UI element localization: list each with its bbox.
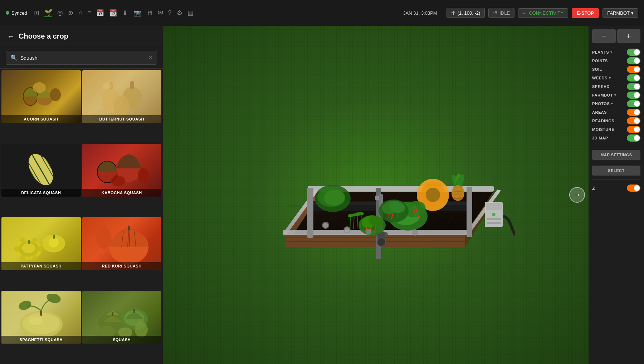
toggle-farmbot[interactable] <box>627 92 640 99</box>
svg-point-4 <box>33 82 46 93</box>
toggle-weeds[interactable] <box>627 74 640 82</box>
help-icon[interactable]: ? <box>168 9 172 17</box>
svg-rect-81 <box>307 188 313 238</box>
svg-point-128 <box>323 223 328 228</box>
toggle-row-areas: AREAS <box>592 108 640 117</box>
svg-point-39 <box>23 313 60 334</box>
toggle-row-soil: SOIL <box>592 65 640 74</box>
toggle-label-spread: SPREAD <box>592 84 627 89</box>
crop-item-red-kuri-squash[interactable]: RED KURI SQUASH <box>82 217 162 270</box>
coords-display: ✛ (1, 100, -2) <box>447 8 485 18</box>
svg-point-29 <box>20 255 25 260</box>
select-button[interactable]: SELECT <box>592 166 640 176</box>
estop-button[interactable]: E-STOP <box>572 8 599 18</box>
svg-point-24 <box>22 243 35 253</box>
datetime: JAN 31, 3:03PM <box>403 10 437 16</box>
svg-rect-137 <box>487 222 501 224</box>
zoom-out-button[interactable]: − <box>592 29 616 43</box>
farmbot-caret-icon: ▾ <box>631 10 634 16</box>
crop-grid: ACORN SQUASH BUTTERNUT SQUASH <box>0 69 163 364</box>
connectivity-check-icon: ✓ <box>523 10 527 16</box>
toggle-points[interactable] <box>627 57 640 64</box>
grid-icon[interactable]: ⊞ <box>34 9 39 17</box>
settings-icon[interactable]: ⚙ <box>177 9 182 17</box>
camera-icon[interactable]: 📷 <box>133 9 141 17</box>
crop-item-delicata-squash[interactable]: DELICATA SQUASH <box>1 144 81 197</box>
display-icon[interactable]: 🖥 <box>146 9 153 17</box>
crop-label-butternut: BUTTERNUT SQUASH <box>82 115 162 123</box>
plant-icon[interactable]: 🌱 <box>44 9 52 17</box>
svg-point-27 <box>20 237 25 242</box>
search-input[interactable] <box>20 55 146 61</box>
toggle-row-photos: PHOTOS▾ <box>592 99 640 108</box>
toggle-rows: PLANTS▾POINTSSOILWEEDS▾SPREADFARMBOT▾PHO… <box>592 48 640 142</box>
toggle-label-plants: PLANTS▾ <box>592 50 627 54</box>
topbar-right: JAN 31, 3:03PM ✛ (1, 100, -2) ↺ IDLE ✓ C… <box>403 8 638 18</box>
nav-arrow-right[interactable]: → <box>569 187 585 203</box>
svg-point-40 <box>18 299 33 311</box>
svg-point-21 <box>111 176 125 186</box>
thermometer-icon[interactable]: 🌡 <box>122 9 128 17</box>
list-icon[interactable]: ≡ <box>87 9 91 17</box>
svg-point-30 <box>32 255 37 260</box>
calendar-icon[interactable]: 📅 <box>96 9 104 17</box>
toggle-3d map[interactable] <box>627 134 640 142</box>
calendar2-icon[interactable]: 📆 <box>109 9 117 17</box>
panel-title: Choose a crop <box>19 32 68 40</box>
svg-rect-48 <box>133 309 135 313</box>
svg-point-120 <box>324 190 345 206</box>
crop-item-spaghetti-squash[interactable]: SPAGHETTI SQUASH <box>1 291 81 344</box>
svg-point-20 <box>138 168 148 183</box>
svg-rect-34 <box>53 235 55 239</box>
toggle-row-farmbot: FARMBOT▾ <box>592 91 640 99</box>
svg-rect-42 <box>40 311 42 316</box>
toggle-plants[interactable] <box>627 49 640 56</box>
toggle-areas[interactable] <box>627 109 640 116</box>
caret-icon: ▾ <box>610 50 613 54</box>
toggle-label-moisture: MOISTURE <box>592 127 627 132</box>
crop-label-kabocha: KABOCHA SQUASH <box>82 189 162 197</box>
toggle-moisture[interactable] <box>627 126 640 133</box>
toggle-row-readings: READINGS <box>592 117 640 125</box>
svg-point-37 <box>96 227 112 249</box>
pin-icon[interactable]: ⊕ <box>68 9 73 17</box>
back-button[interactable]: ← <box>7 32 14 40</box>
connectivity-display: ✓ CONNECTIVITY <box>518 8 568 18</box>
crop-item-pattypan-squash[interactable]: PATTYPAN SQUASH <box>1 217 81 270</box>
z-toggle[interactable] <box>627 185 640 192</box>
toggle-label-3d map: 3D MAP <box>592 136 627 140</box>
svg-point-43 <box>29 316 43 325</box>
crop-item-kabocha-squash[interactable]: KABOCHA SQUASH <box>82 144 162 197</box>
connectivity-label: CONNECTIVITY <box>529 10 564 16</box>
toggle-spread[interactable] <box>627 83 640 90</box>
svg-point-28 <box>32 237 37 242</box>
topbar: Synced ⊞ 🌱 ◎ ⊕ ⌂ ≡ 📅 📆 🌡 📷 🖥 ✉ ? ⚙ ▦ JAN <box>0 0 644 26</box>
toggle-soil[interactable] <box>627 66 640 73</box>
crop-item-acorn-squash[interactable]: ACORN SQUASH <box>1 70 81 123</box>
toggle-label-points: POINTS <box>592 59 627 63</box>
home-icon[interactable]: ⌂ <box>78 9 82 17</box>
svg-rect-134 <box>486 203 502 210</box>
mail-icon[interactable]: ✉ <box>158 9 163 17</box>
toggle-photos[interactable] <box>627 100 640 107</box>
toggle-readings[interactable] <box>627 117 640 124</box>
divider-1 <box>592 146 640 146</box>
svg-rect-136 <box>487 218 501 220</box>
terminal-icon[interactable]: ▦ <box>187 9 194 17</box>
svg-point-135 <box>492 213 496 216</box>
crop-label-acorn: ACORN SQUASH <box>1 115 81 123</box>
farmbot-button[interactable]: FARMBOT ▾ <box>602 8 638 18</box>
farmbot-illustration <box>236 84 515 306</box>
right-panel: − + PLANTS▾POINTSSOILWEEDS▾SPREADFARMBOT… <box>589 26 644 364</box>
target-icon[interactable]: ◎ <box>57 9 63 17</box>
search-box: 🔍 × <box>0 47 163 69</box>
crop-item-squash[interactable]: SQUASH <box>82 291 162 344</box>
zoom-in-button[interactable]: + <box>617 29 641 43</box>
toggle-label-readings: READINGS <box>592 119 627 123</box>
crop-item-butternut-squash[interactable]: BUTTERNUT SQUASH <box>82 70 162 123</box>
crop-label-spaghetti: SPAGHETTI SQUASH <box>1 336 81 344</box>
map-settings-button[interactable]: MAP SETTINGS <box>592 150 640 160</box>
svg-point-131 <box>366 229 371 235</box>
svg-point-26 <box>38 246 43 252</box>
search-clear-button[interactable]: × <box>148 54 152 62</box>
